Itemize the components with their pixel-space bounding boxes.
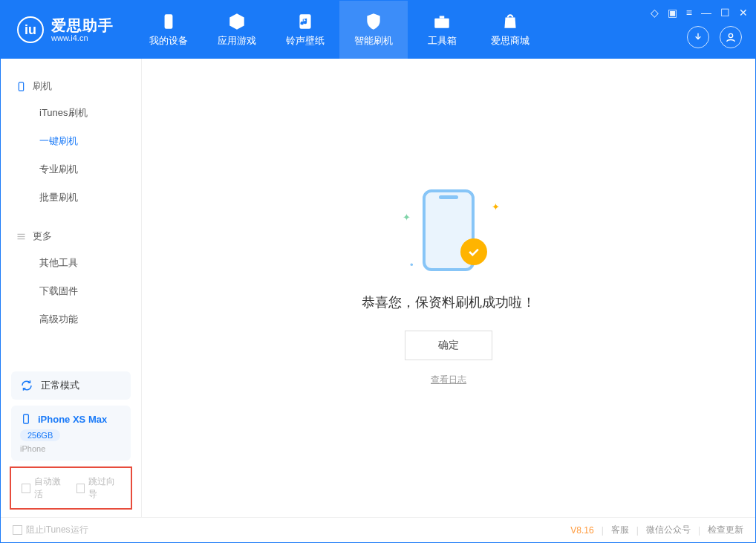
sidebar-group-flash: 刷机 iTunes刷机 一键刷机 专业刷机 批量刷机 [1,68,141,218]
sidebar-item-oneclick-flash[interactable]: 一键刷机 [1,127,141,155]
titlebar: iu 爱思助手 www.i4.cn 我的设备 应用游戏 铃声壁纸 智能刷机 [1,1,755,59]
app-window: iu 爱思助手 www.i4.cn 我的设备 应用游戏 铃声壁纸 智能刷机 [0,0,756,543]
menu-icon[interactable]: ≡ [686,7,692,19]
checkbox-auto-activate[interactable]: 自动激活 [22,475,66,501]
checkbox-block-itunes[interactable]: 阻止iTunes运行 [13,524,88,536]
svg-rect-9 [24,414,29,423]
cube-icon [227,12,247,31]
logo-area: iu 爱思助手 www.i4.cn [1,1,127,59]
nav-label: 爱思商城 [491,34,529,48]
nav-label: 工具箱 [428,34,457,48]
checkbox-box-icon [13,525,22,535]
checkbox-skip-guide[interactable]: 跳过向导 [76,475,121,501]
app-title: 爱思助手 [51,17,114,33]
sidebar-heading-flash: 刷机 [1,74,141,99]
maximize-button[interactable]: ☐ [720,7,730,19]
device-info-card[interactable]: iPhone XS Max 256GB iPhone [11,406,131,461]
note-icon[interactable]: ▣ [668,7,677,19]
status-link-wechat[interactable]: 微信公众号 [646,524,691,536]
app-subtitle: www.i4.cn [51,33,114,42]
list-icon [16,231,27,242]
device-storage-badge: 256GB [20,429,60,441]
nav-tab-apps-games[interactable]: 应用游戏 [203,1,271,59]
bag-icon [501,12,520,31]
sidebar: 刷机 iTunes刷机 一键刷机 专业刷机 批量刷机 更多 其他工具 下载固件 … [1,59,142,517]
sidebar-group-more: 更多 其他工具 下载固件 高级功能 [1,218,141,339]
toolbox-icon [432,12,452,31]
checkbox-box-icon [22,484,30,493]
sparkle-icon: ✦ [403,212,408,218]
success-illustration: ✦ ✦ • [397,189,501,279]
music-note-icon [296,12,315,31]
main-content: ✦ ✦ • 恭喜您，保资料刷机成功啦！ 确定 查看日志 [142,59,755,517]
checkbox-box-icon [76,484,85,493]
refresh-icon [20,379,33,392]
svg-rect-5 [19,82,23,90]
svg-rect-2 [434,19,449,28]
nav-label: 我的设备 [149,34,188,48]
sidebar-heading-label: 刷机 [33,79,52,93]
nav-tabs: 我的设备 应用游戏 铃声壁纸 智能刷机 工具箱 爱思商城 [134,1,544,59]
nav-tab-smart-flash[interactable]: 智能刷机 [339,1,408,59]
sidebar-heading-label: 更多 [33,230,52,243]
sidebar-heading-more: 更多 [1,224,141,249]
status-link-support[interactable]: 客服 [611,524,629,536]
sidebar-item-pro-flash[interactable]: 专业刷机 [1,155,141,183]
nav-tab-my-device[interactable]: 我的设备 [134,1,203,59]
device-name: iPhone XS Max [38,414,107,425]
sidebar-bottom: 正常模式 iPhone XS Max 256GB iPhone 自动激活 [1,365,141,517]
download-button[interactable] [687,26,709,48]
phone-small-icon [20,413,32,425]
sidebar-item-download-firmware[interactable]: 下载固件 [1,277,141,305]
device-type: iPhone [20,444,122,453]
separator: | [636,525,639,536]
checkmark-badge-icon [460,238,487,265]
checkbox-label: 跳过向导 [88,475,120,501]
nav-tab-store[interactable]: 爱思商城 [476,1,544,59]
close-button[interactable]: ✕ [739,7,748,19]
header-right-buttons [687,26,742,48]
body-area: 刷机 iTunes刷机 一键刷机 专业刷机 批量刷机 更多 其他工具 下载固件 … [1,59,755,517]
device-row: iPhone XS Max [20,413,122,425]
shield-refresh-icon [364,12,383,31]
svg-rect-0 [165,14,173,29]
separator: | [602,525,604,536]
separator: | [698,525,700,536]
app-logo-icon: iu [17,16,44,43]
success-message: 恭喜您，保资料刷机成功啦！ [362,293,535,311]
checkbox-row-highlighted: 自动激活 跳过向导 [10,466,132,510]
status-link-check-update[interactable]: 检查更新 [708,524,743,536]
ok-button[interactable]: 确定 [405,331,492,360]
window-controls-top: ◇ ▣ ≡ — ☐ ✕ [651,7,748,19]
nav-label: 应用游戏 [218,34,256,48]
view-log-link[interactable]: 查看日志 [431,374,466,386]
logo-text: 爱思助手 www.i4.cn [51,17,114,42]
svg-point-4 [729,33,732,37]
sparkle-icon: • [410,259,416,265]
version-label: V8.16 [570,525,593,536]
nav-label: 智能刷机 [354,34,393,48]
nav-label: 铃声壁纸 [286,34,325,48]
download-icon [692,31,704,43]
phone-outline-icon [16,81,27,92]
status-left: 阻止iTunes运行 [13,524,88,536]
nav-tab-toolbox[interactable]: 工具箱 [408,1,476,59]
device-mode-card[interactable]: 正常模式 [11,371,131,400]
device-mode-label: 正常模式 [41,379,79,392]
checkbox-label: 自动激活 [34,475,66,501]
statusbar: 阻止iTunes运行 V8.16 | 客服 | 微信公众号 | 检查更新 [1,517,755,542]
nav-tab-ringtone-wallpaper[interactable]: 铃声壁纸 [271,1,339,59]
minimize-button[interactable]: — [701,7,711,19]
user-icon [725,31,737,43]
sidebar-item-other-tools[interactable]: 其他工具 [1,249,141,277]
sidebar-item-advanced[interactable]: 高级功能 [1,305,141,334]
device-icon [159,12,178,31]
status-right: V8.16 | 客服 | 微信公众号 | 检查更新 [570,524,743,536]
sparkle-icon: ✦ [492,201,498,207]
svg-rect-3 [440,16,445,18]
sidebar-item-batch-flash[interactable]: 批量刷机 [1,183,141,212]
shirt-icon[interactable]: ◇ [651,7,659,19]
sidebar-item-itunes-flash[interactable]: iTunes刷机 [1,99,141,127]
account-button[interactable] [720,26,742,48]
phone-notch-icon [439,195,458,199]
